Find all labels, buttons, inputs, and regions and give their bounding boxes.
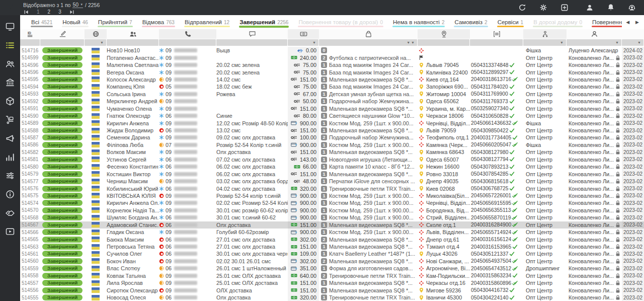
refresh-icon[interactable] <box>518 4 526 12</box>
app-logo[interactable] <box>0 0 20 15</box>
status-tab[interactable]: Всі4521 <box>26 15 57 29</box>
filter-flag[interactable]: ▼ <box>85 39 106 46</box>
column-header-status[interactable] <box>40 29 85 39</box>
table-row[interactable]: 514591ЗавершенийЧумаченко Олена09151.001… <box>20 105 644 112</box>
filter-status[interactable] <box>40 39 84 46</box>
sidebar-item-settings-sliders[interactable] <box>5 171 15 181</box>
sidebar-item-video-tutorials[interactable] <box>5 227 15 237</box>
tabs-scroll-left[interactable]: ◀ <box>626 20 629 25</box>
tabs-scroll-right[interactable]: ▶ <box>635 20 639 25</box>
table-row[interactable]: 514555ЗавершенийНовосад Олеся06Олх доста… <box>20 294 644 301</box>
table-row[interactable]: 514596ЗавершенийВегера Оксана0920.02 смс… <box>20 68 644 76</box>
table-row[interactable]: 514561ЗавершенийСучилов Олег0630.01 смс … <box>20 250 644 257</box>
table-row[interactable]: 514587ЗавершенийСеменюк Дарина0909.02 см… <box>20 134 644 141</box>
table-row[interactable]: 514581ЗавершенийУстинов Сергей0607.02 см… <box>20 156 644 163</box>
column-header-flag[interactable] <box>85 29 107 39</box>
column-header-phone[interactable] <box>159 29 216 39</box>
add-order-icon[interactable] <box>560 4 569 12</box>
table-row[interactable]: 514589ЗавершенийКирилич Анжела0912.02 см… <box>20 119 644 126</box>
settings-gear-icon[interactable] <box>539 4 547 12</box>
column-header-date[interactable] <box>622 29 644 39</box>
sidebar-item-products[interactable] <box>5 96 15 106</box>
page-number[interactable]: 3 <box>58 9 61 15</box>
status-badge: Завершений <box>42 142 83 148</box>
filter-pay[interactable]: ▼ <box>288 39 318 46</box>
filter-phone[interactable] <box>159 39 216 46</box>
table-row[interactable]: 514575ЗавершенийКВІТОВСЬКА ЮЛІЯ09Розмір … <box>20 192 644 199</box>
column-header-city[interactable] <box>418 29 470 39</box>
table-row[interactable]: 514582ЗавершенийВолков Максим09Олх доста… <box>20 148 644 156</box>
table-row[interactable]: 514560ЗавершенийБокоч Иван0902.02 30.01 … <box>20 258 644 265</box>
column-header-manager[interactable] <box>567 29 622 39</box>
table-row[interactable]: 514559ЗавершенийВлас Слотюу0626.01 смс 1… <box>20 265 644 272</box>
sidebar-item-statistics[interactable] <box>5 152 15 162</box>
table-row[interactable]: 514567ЗавершенийАдамовский Станис...06Ол… <box>20 221 644 229</box>
table-row[interactable]: 514568ЗавершенийШумляс Богдана Ан...0630… <box>20 214 644 221</box>
profile-avatar-icon[interactable] <box>586 4 594 12</box>
column-header-ttn[interactable] <box>470 29 523 39</box>
column-header-pay[interactable] <box>288 29 319 39</box>
table-row[interactable]: 514594ЗавершенийКомпанец Юля0518.02 смс … <box>20 83 644 90</box>
sidebar-item-dashboard[interactable] <box>5 22 15 32</box>
column-header-channel[interactable] <box>523 29 567 39</box>
status-tab[interactable]: Самовивіз2 <box>449 15 492 29</box>
table-row[interactable]: 514593ЗавершенийСольська Ірина09Рожева67… <box>20 91 644 98</box>
table-row[interactable]: 514577ЗавершенийЧерниш Максим0903.02 смс… <box>20 178 644 185</box>
status-tab[interactable]: Відмова763 <box>137 15 180 29</box>
table-row[interactable]: 514586ЗавершенийФіліпова Люба07Розмір 52… <box>20 141 644 148</box>
column-header-comment[interactable] <box>216 29 288 39</box>
table-row[interactable]: 514557ЗавершенийЛила Ярослав0925.01 смс … <box>20 279 644 286</box>
notifications-bell-icon[interactable] <box>607 4 615 12</box>
table-row[interactable]: 514574ЗавершенийКирилич Анжела Ол...0902… <box>20 199 644 206</box>
sidebar-item-purchases[interactable] <box>5 115 15 125</box>
column-header-product[interactable] <box>319 29 418 39</box>
table-row[interactable]: 514579ЗавершенийКостишин Виктор0906.02 с… <box>20 170 644 177</box>
page-number[interactable]: 1 <box>37 9 40 15</box>
table-row[interactable]: 514592ЗавершенийМерклингер Андрей0950.00… <box>20 98 644 105</box>
status-tab[interactable]: Повернення товару (в дорозі)0 <box>293 15 388 29</box>
status-tab[interactable]: Нема в наявності2 <box>388 15 449 29</box>
table-row[interactable]: 514556ЗавершенийСиротюк Олександр09ОЛХ д… <box>20 286 644 293</box>
filter-product[interactable]: ▼▼ <box>319 39 417 46</box>
column-header-id[interactable] <box>20 29 40 39</box>
filter-comment[interactable] <box>216 39 287 46</box>
table-row[interactable]: 514716ЗавершенийНов10 Нов1009Выцв0.000Фі… <box>20 47 644 54</box>
filter-city[interactable] <box>418 39 469 46</box>
filter-name[interactable] <box>107 39 158 46</box>
table-row[interactable]: 514599ЗавершенийПотапенко Анастас...0924… <box>20 54 644 61</box>
table-row[interactable]: 514590ЗавершенийГнатюк Олексндр06Синие80… <box>20 112 644 119</box>
sidebar-item-marketing[interactable] <box>5 133 15 143</box>
filter-ttn[interactable] <box>470 39 523 46</box>
table-row[interactable]: 514576ЗавершенийКобилинський Юрий0604.02… <box>20 185 644 192</box>
sidebar-item-company[interactable] <box>5 78 15 88</box>
status-tab[interactable]: Прийнятий7 <box>93 15 137 29</box>
filter-manager[interactable]: ▼ <box>567 39 621 46</box>
table-row[interactable]: 514566ЗавершенийГладик Оксана09Голубий 6… <box>20 229 644 236</box>
table-row[interactable]: 514595ЗавершенийКолосок Александр0914.02… <box>20 76 644 83</box>
table-row[interactable]: 514570ЗавершенийКорнелюк Надія Та...0930… <box>20 207 644 214</box>
table-row[interactable]: 514563ЗавершенийПетровська Тетяна0627.01… <box>20 243 644 250</box>
status-tab[interactable]: Відправлений12 <box>180 15 234 29</box>
sidebar-item-orders[interactable] <box>5 40 15 50</box>
sidebar-item-partnership[interactable] <box>5 208 15 218</box>
sidebar-item-info[interactable] <box>5 189 15 199</box>
filter-channel[interactable]: ▼ <box>523 39 566 46</box>
page-number[interactable]: 2 <box>48 9 51 15</box>
support-headset-icon[interactable] <box>628 4 636 12</box>
table-row[interactable]: 514565ЗавершенийБаюка Максим0627.01 смс … <box>20 236 644 243</box>
table-row[interactable]: 514558ЗавершенийКовпак Татьяна0925.01 см… <box>20 272 644 279</box>
sidebar-item-contacts[interactable] <box>5 59 15 69</box>
page-size-dropdown[interactable]: 50▼ <box>72 2 83 8</box>
status-tab[interactable]: В дорозі додому0 <box>528 15 587 29</box>
status-tab[interactable]: Сервіси1 <box>493 15 529 29</box>
status-tab[interactable]: Новый46 <box>57 15 93 29</box>
column-header-name[interactable] <box>107 29 159 39</box>
filter-date[interactable]: ▼ <box>622 39 643 46</box>
first-page-icon[interactable] <box>24 10 29 15</box>
status-tab[interactable]: Завершений2256 <box>234 15 293 29</box>
table-row[interactable]: 514580ЗавершенийФесенко Константин0606.0… <box>20 163 644 170</box>
filter-id[interactable] <box>20 39 40 46</box>
table-row[interactable]: 514588ЗавершенийЖидак Володимир0613.02 с… <box>20 127 644 134</box>
table-row[interactable]: 514596ЗавершенийМалютина Светлана0920.02… <box>20 61 644 68</box>
last-page-icon[interactable] <box>69 10 74 15</box>
